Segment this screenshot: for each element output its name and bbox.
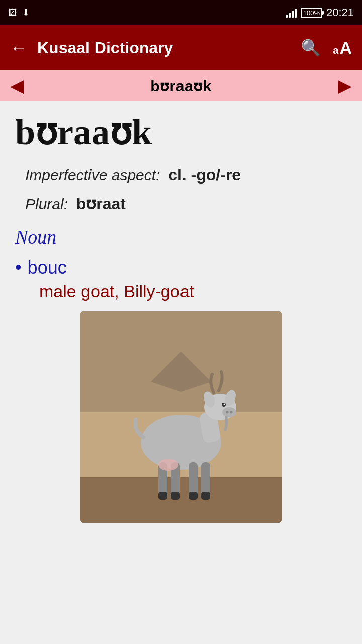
svg-rect-18 — [189, 492, 198, 500]
clock: 20:21 — [326, 6, 354, 19]
app-bar: ← Kusaal Dictionary 🔍 a A — [0, 25, 362, 70]
font-size-button[interactable]: a A — [333, 38, 352, 58]
plural-label: Plural: — [25, 196, 68, 212]
definition-line: • bouc — [15, 256, 347, 280]
svg-point-10 — [224, 403, 225, 405]
entry-content: bʊraaʊk Imperfective aspect: cl. -go/-re… — [0, 101, 362, 644]
svg-point-12 — [226, 411, 229, 413]
app-bar-actions: 🔍 a A — [301, 38, 352, 58]
signal-bars — [286, 8, 297, 18]
battery-indicator: 100% — [301, 8, 322, 18]
bullet-icon: • — [15, 256, 22, 278]
font-size-small-label: a — [333, 45, 338, 56]
grammar-info: Imperfective aspect: cl. -go/-re Plural:… — [15, 163, 347, 216]
part-of-speech: Noun — [15, 226, 347, 248]
plural-info: Plural: bʊraat — [25, 192, 347, 216]
definition-word: bouc — [28, 256, 67, 280]
definition-translation: male goat, Billy-goat — [15, 282, 347, 301]
goat-illustration — [80, 311, 282, 523]
headword: bʊraaʊk — [15, 113, 347, 152]
entry-image — [80, 311, 282, 523]
signal-bar-2 — [289, 13, 291, 18]
svg-point-11 — [222, 407, 236, 417]
signal-bar-1 — [286, 15, 288, 18]
battery-percent: 100% — [303, 9, 320, 17]
status-bar-left: 🖼 ⬇ — [8, 7, 30, 18]
next-word-button[interactable]: ▶ — [338, 75, 352, 96]
photo-icon: 🖼 — [8, 8, 17, 18]
back-button[interactable]: ← — [10, 39, 27, 56]
svg-point-22 — [158, 459, 178, 471]
svg-rect-1 — [80, 477, 282, 523]
signal-bar-4 — [295, 9, 297, 18]
download-icon: ⬇ — [22, 7, 30, 18]
signal-bar-3 — [292, 11, 294, 18]
status-bar-right: 100% 20:21 — [286, 6, 354, 19]
app-title: Kusaal Dictionary — [37, 39, 291, 57]
plural-value: bʊraat — [76, 195, 126, 213]
svg-point-13 — [230, 411, 233, 413]
word-navigation-bar: ◀ bʊraaʊk ▶ — [0, 70, 362, 101]
font-size-large-label: A — [339, 38, 352, 58]
imperfective-label: Imperfective aspect: — [25, 167, 160, 183]
imperfective-aspect: Imperfective aspect: cl. -go/-re — [25, 163, 347, 187]
imperfective-value: cl. -go/-re — [168, 166, 241, 184]
status-bar: 🖼 ⬇ 100% 20:21 — [0, 0, 362, 25]
svg-rect-20 — [158, 492, 167, 500]
definition-block: • bouc male goat, Billy-goat — [15, 256, 347, 301]
current-word-nav: bʊraaʊk — [150, 77, 212, 95]
svg-rect-19 — [201, 492, 210, 500]
prev-word-button[interactable]: ◀ — [10, 75, 24, 96]
svg-rect-21 — [171, 492, 180, 500]
search-icon[interactable]: 🔍 — [301, 38, 321, 57]
